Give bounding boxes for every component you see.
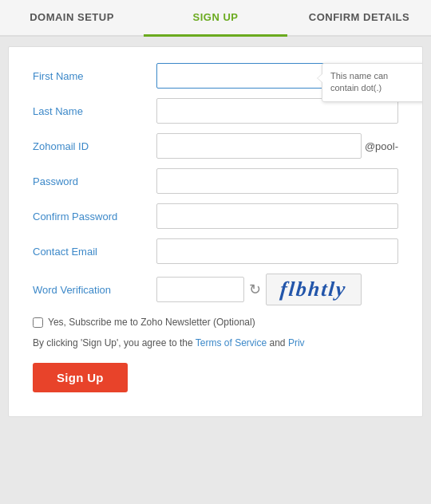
last-name-row: Last Name: [33, 98, 398, 124]
terms-of-service-link[interactable]: Terms of Service: [196, 337, 267, 348]
tooltip-box: This name can contain dot(.): [322, 63, 423, 102]
tab-confirm-details[interactable]: CONFIRM DETAILS: [287, 0, 431, 37]
last-name-input[interactable]: [156, 98, 398, 124]
captcha-image: flbhtly: [266, 274, 362, 305]
newsletter-row: Yes, Subscribe me to Zoho Newsletter (Op…: [33, 317, 398, 328]
terms-row: By clicking 'Sign Up', you agree to the …: [33, 336, 398, 350]
tab-sign-up[interactable]: SIGN UP: [144, 0, 287, 37]
signup-button[interactable]: Sign Up: [33, 363, 128, 392]
first-name-label: First Name: [33, 70, 156, 82]
zohomail-id-input[interactable]: [156, 133, 362, 159]
tab-domain-setup[interactable]: DOMAIN SETUP: [0, 0, 144, 37]
captcha-text: flbhtly: [279, 278, 348, 301]
password-input[interactable]: [156, 168, 398, 194]
contact-email-label: Contact Email: [33, 246, 156, 258]
captcha-input[interactable]: [156, 277, 244, 302]
contact-email-row: Contact Email: [33, 238, 398, 264]
verification-wrapper: ↻ flbhtly: [156, 274, 398, 305]
terms-prefix: By clicking 'Sign Up', you agree to the: [33, 337, 196, 348]
refresh-icon[interactable]: ↻: [249, 282, 261, 297]
newsletter-checkbox[interactable]: [33, 317, 43, 328]
confirm-password-input[interactable]: [156, 203, 398, 229]
confirm-password-row: Confirm Password: [33, 203, 398, 229]
newsletter-label: Yes, Subscribe me to Zoho Newsletter (Op…: [48, 317, 255, 328]
last-name-label: Last Name: [33, 105, 156, 117]
zohomail-row: Zohomail ID @pool-: [33, 133, 398, 159]
zohomail-id-label: Zohomail ID: [33, 140, 156, 152]
contact-email-input[interactable]: [156, 238, 398, 264]
zohomail-wrapper: @pool-: [156, 133, 398, 159]
terms-mid: and: [267, 337, 288, 348]
privacy-link[interactable]: Priv: [288, 337, 305, 348]
password-label: Password: [33, 175, 156, 187]
password-row: Password: [33, 168, 398, 194]
word-verification-row: Word Verification ↻ flbhtly: [33, 274, 398, 305]
signup-card: This name can contain dot(.) First Name …: [8, 46, 423, 417]
tab-bar: DOMAIN SETUP SIGN UP CONFIRM DETAILS: [0, 0, 431, 37]
tooltip-text: This name can contain dot(.): [330, 71, 388, 93]
confirm-password-label: Confirm Password: [33, 211, 156, 222]
word-verification-label: Word Verification: [33, 284, 156, 296]
zohomail-suffix: @pool-: [365, 140, 398, 152]
